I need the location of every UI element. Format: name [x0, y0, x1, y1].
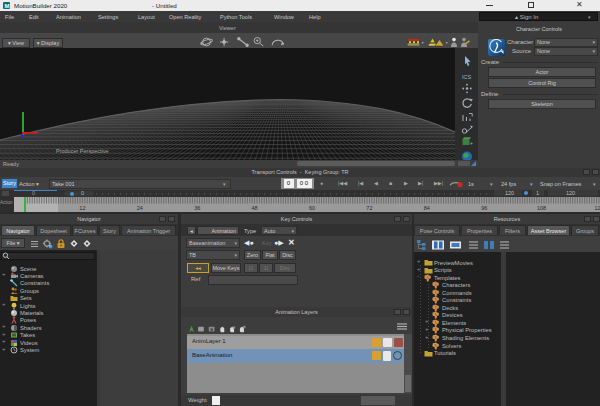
svg-text:ICS: ICS — [462, 74, 472, 80]
svg-text:120: 120 — [594, 205, 600, 211]
svg-text:24: 24 — [137, 205, 143, 211]
svg-text:96: 96 — [481, 205, 487, 211]
svg-text:+: + — [470, 140, 473, 146]
svg-text:60: 60 — [309, 205, 315, 211]
svg-text:72: 72 — [366, 205, 372, 211]
svg-text:12: 12 — [79, 205, 85, 211]
svg-text:36: 36 — [194, 205, 200, 211]
svg-text:108: 108 — [537, 205, 546, 211]
svg-text:48: 48 — [252, 205, 258, 211]
svg-text:84: 84 — [424, 205, 430, 211]
